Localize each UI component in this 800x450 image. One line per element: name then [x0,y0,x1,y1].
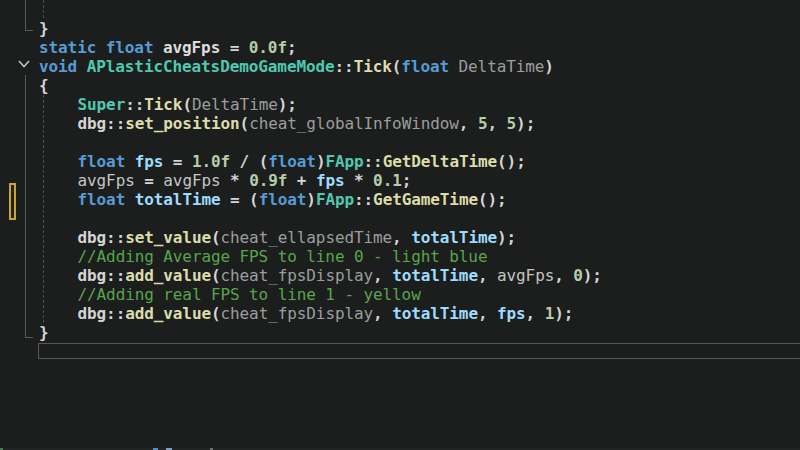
code-token: DeltaTime [192,95,278,114]
code-token: APlasticCheatsDemoGameMode [87,57,335,76]
code-token: / ( [230,152,268,171]
code-token: = [220,38,249,57]
code-token: float [78,190,126,209]
code-token [449,57,459,76]
code-token [153,38,163,57]
code-token: totalTime [135,190,221,209]
code-token: avgFps [78,171,135,190]
code-token: Super [78,95,126,114]
code-token: , [459,114,478,133]
fold-scope-line [25,0,26,31]
code-token [125,152,135,171]
code-token: } [39,323,49,342]
code-token: totalTime [392,266,478,285]
code-token: cheat_ellapsedTime [221,228,393,247]
code-line[interactable]: } [39,19,800,38]
code-line[interactable]: void APlasticCheatsDemoGameMode::Tick(fl… [39,57,800,76]
code-token: avgFps [163,38,220,57]
code-token: fps [497,304,526,323]
code-token: float [401,57,449,76]
fold-scope-line-end [25,337,33,338]
code-line[interactable]: Super::Tick(DeltaTime); [39,95,800,114]
code-line[interactable]: dbg::set_position(cheat_globalInfoWindow… [39,114,800,133]
code-token: dbg:: [78,228,126,247]
editor-gutter[interactable] [0,0,38,450]
code-token: ); [554,304,573,323]
code-line[interactable]: static float avgFps = 0.0f; [39,38,800,57]
code-line[interactable]: { [39,76,800,95]
code-token: DeltaTime [459,57,545,76]
code-token: :: [125,95,144,114]
code-line[interactable] [39,209,800,228]
code-token: (); [497,152,526,171]
code-token: 0.0f [249,38,287,57]
code-token: , [478,266,497,285]
code-token: , [373,304,392,323]
code-token: :: [354,190,373,209]
code-lines[interactable]: }static float avgFps = 0.0f;void APlasti… [39,0,800,361]
code-line[interactable]: dbg::set_value(cheat_ellapsedTime, total… [39,228,800,247]
code-token: :: [364,152,383,171]
code-token: ) [544,57,554,76]
fold-scope-line [25,75,26,338]
code-token: FApp [316,190,354,209]
code-token: 5 [507,114,517,133]
code-token: ; [402,171,412,190]
code-token: float [106,38,154,57]
code-token: set_position [125,114,239,133]
code-token: float [78,152,126,171]
code-line[interactable]: dbg::add_value(cheat_fpsDisplay, totalTi… [39,304,800,323]
code-line[interactable]: float fps = 1.0f / (float)FApp::GetDelta… [39,152,800,171]
code-line[interactable]: dbg::add_value(cheat_fpsDisplay, totalTi… [39,266,800,285]
code-token: fps [316,171,345,190]
code-token: , [392,228,411,247]
code-token: ( [211,304,221,323]
code-token: cheat_fpsDisplay [221,266,374,285]
code-token: add_value [125,304,211,323]
code-token: ( [211,228,221,247]
code-token: float [268,152,316,171]
code-token: ); [583,266,602,285]
code-token: ( [392,57,402,76]
code-token: + [287,171,316,190]
code-line[interactable]: avgFps = avgFps * 0.9f + fps * 0.1; [39,171,800,190]
code-token: = ( [221,190,259,209]
code-token: ); [516,114,535,133]
code-line[interactable]: //Adding Average FPS to line 0 - light b… [39,247,800,266]
code-token: 0 [573,266,583,285]
code-token: ); [497,228,516,247]
chevron-down-icon[interactable] [16,56,32,72]
code-token: , [487,114,506,133]
code-token: float [259,190,307,209]
code-token: ( [240,114,250,133]
code-token: Tick [354,57,392,76]
code-token: 0.9f [249,171,287,190]
code-token: ) [316,152,326,171]
code-line[interactable]: } [39,323,800,342]
code-line[interactable] [39,133,800,152]
code-token: ) [306,190,316,209]
code-token: { [39,76,49,95]
code-token: } [39,19,49,38]
code-line[interactable]: //Adding real FPS to line 1 - yellow [39,285,800,304]
code-token: 1 [545,304,555,323]
code-token: set_value [125,228,211,247]
current-line-highlight [38,343,800,359]
code-token: , [478,304,497,323]
code-token: //Adding Average FPS to line 0 - light b… [78,247,488,266]
code-token: , [526,304,545,323]
code-token [77,57,87,76]
code-line[interactable] [39,0,800,19]
code-editor: }static float avgFps = 0.0f;void APlasti… [0,0,800,450]
code-token: add_value [125,266,211,285]
fold-scope-line-end [25,30,33,31]
code-token: cheat_fpsDisplay [221,304,374,323]
code-token: :: [335,57,354,76]
code-token: , [373,266,392,285]
code-token: dbg:: [78,266,126,285]
code-token [125,190,135,209]
code-token: GetGameTime [373,190,478,209]
modified-lines-marker [9,183,16,220]
code-line[interactable]: float totalTime = (float)FApp::GetGameTi… [39,190,800,209]
code-token: * [221,171,250,190]
